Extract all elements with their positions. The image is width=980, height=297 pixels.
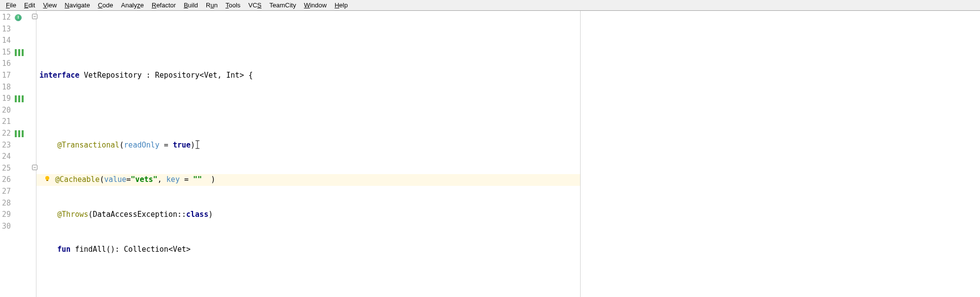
code-editor[interactable]: − − interface VetRepository : Repository… — [36, 11, 581, 297]
fold-toggle-icon[interactable]: − — [32, 165, 37, 170]
vcs-change-marker[interactable] — [15, 95, 24, 102]
editor-right-margin — [581, 11, 980, 297]
line-number[interactable]: 18 — [0, 82, 11, 93]
code-line-current[interactable]: @Cacheable(value="vets", key = "" ) — [36, 174, 580, 186]
line-number[interactable]: 23 — [0, 140, 11, 151]
menu-bar: File Edit View Navigate Code Analyze Ref… — [0, 0, 980, 11]
fold-toggle-icon[interactable]: − — [32, 14, 37, 19]
line-number[interactable]: 14 — [0, 35, 11, 47]
text-caret — [195, 141, 196, 149]
menu-analyze[interactable]: Analyze — [117, 0, 148, 10]
kotlin-interface-icon[interactable]: I — [15, 14, 22, 21]
line-number[interactable]: 30 — [0, 221, 11, 233]
menu-run[interactable]: Run — [202, 0, 222, 10]
gutter-icon-strip: I — [13, 11, 36, 297]
menu-teamcity[interactable]: TeamCity — [265, 0, 300, 10]
menu-help[interactable]: Help — [330, 0, 352, 10]
menu-vcs[interactable]: VCS — [244, 0, 265, 10]
line-number[interactable]: 24 — [0, 151, 11, 163]
menu-view[interactable]: View — [39, 0, 61, 10]
menu-window[interactable]: Window — [300, 0, 330, 10]
line-number[interactable]: 21 — [0, 116, 11, 128]
menu-file[interactable]: File — [2, 0, 20, 10]
code-line[interactable] — [36, 279, 580, 291]
line-number-gutter[interactable]: 12 13 14 15 16 17 18 19 20 21 22 23 24 2… — [0, 11, 13, 297]
code-line[interactable]: fun findAll(): Collection<Vet> — [36, 244, 580, 256]
line-number[interactable]: 25 — [0, 163, 11, 175]
code-line[interactable]: @Throws(DataAccessException::class) — [36, 209, 580, 221]
menu-navigate[interactable]: Navigate — [61, 0, 94, 10]
menu-refactor[interactable]: Refactor — [148, 0, 180, 10]
line-number[interactable]: 26 — [0, 174, 11, 186]
line-number[interactable]: 29 — [0, 209, 11, 221]
code-line[interactable]: @Transactional(readOnly = true) — [36, 140, 580, 151]
editor: 12 13 14 15 16 17 18 19 20 21 22 23 24 2… — [0, 11, 980, 297]
line-number[interactable]: 13 — [0, 24, 11, 35]
line-number[interactable]: 27 — [0, 186, 11, 198]
menu-edit[interactable]: Edit — [20, 0, 39, 10]
line-number[interactable]: 17 — [0, 70, 11, 82]
line-number[interactable]: 16 — [0, 58, 11, 70]
menu-code[interactable]: Code — [94, 0, 117, 10]
line-number[interactable]: 12 — [0, 12, 11, 24]
code-line[interactable] — [36, 105, 580, 117]
line-number[interactable]: 15 — [0, 47, 11, 59]
line-number[interactable]: 20 — [0, 105, 11, 117]
svg-rect-4 — [46, 180, 48, 181]
menu-tools[interactable]: Tools — [222, 0, 244, 10]
line-number[interactable]: 22 — [0, 128, 11, 140]
line-number[interactable]: 19 — [0, 93, 11, 105]
vcs-change-marker[interactable] — [15, 49, 24, 56]
menu-build[interactable]: Build — [180, 0, 202, 10]
intention-bulb-icon[interactable] — [44, 175, 51, 182]
code-line[interactable]: interface VetRepository : Repository<Vet… — [36, 70, 580, 82]
line-number[interactable]: 28 — [0, 198, 11, 209]
vcs-change-marker[interactable] — [15, 130, 24, 137]
svg-point-3 — [45, 176, 49, 180]
